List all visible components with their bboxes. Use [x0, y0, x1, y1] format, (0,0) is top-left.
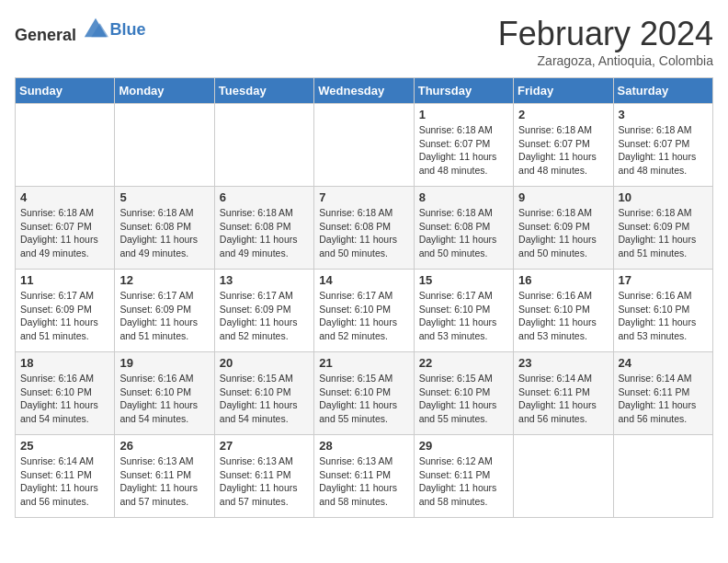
calendar-cell: 29Sunrise: 6:12 AMSunset: 6:11 PMDayligh… [414, 435, 513, 518]
day-info: Sunrise: 6:17 AMSunset: 6:09 PMDaylight:… [20, 289, 109, 343]
calendar-cell: 18Sunrise: 6:16 AMSunset: 6:10 PMDayligh… [16, 352, 115, 435]
calendar-table: SundayMondayTuesdayWednesdayThursdayFrid… [15, 77, 713, 518]
calendar-cell: 1Sunrise: 6:18 AMSunset: 6:07 PMDaylight… [414, 104, 513, 187]
day-info: Sunrise: 6:17 AMSunset: 6:09 PMDaylight:… [220, 289, 309, 343]
day-number: 22 [419, 356, 508, 370]
calendar-cell: 6Sunrise: 6:18 AMSunset: 6:08 PMDaylight… [214, 187, 313, 270]
location-subtitle: Zaragoza, Antioquia, Colombia [498, 53, 713, 68]
logo: General Blue [15, 15, 146, 45]
column-header-saturday: Saturday [613, 78, 712, 104]
calendar-cell: 4Sunrise: 6:18 AMSunset: 6:07 PMDaylight… [16, 187, 115, 270]
calendar-cell: 19Sunrise: 6:16 AMSunset: 6:10 PMDayligh… [115, 352, 214, 435]
column-header-monday: Monday [115, 78, 214, 104]
day-info: Sunrise: 6:16 AMSunset: 6:10 PMDaylight:… [119, 372, 209, 426]
day-number: 11 [20, 273, 109, 287]
day-number: 16 [518, 273, 608, 287]
calendar-cell [16, 104, 115, 187]
calendar-cell: 9Sunrise: 6:18 AMSunset: 6:09 PMDaylight… [514, 187, 613, 270]
day-number: 29 [419, 439, 508, 453]
day-info: Sunrise: 6:18 AMSunset: 6:09 PMDaylight:… [619, 206, 708, 260]
month-year-title: February 2024 [498, 15, 713, 53]
day-number: 6 [220, 190, 309, 204]
day-info: Sunrise: 6:14 AMSunset: 6:11 PMDaylight:… [619, 372, 708, 426]
day-info: Sunrise: 6:14 AMSunset: 6:11 PMDaylight:… [518, 372, 608, 426]
day-number: 15 [419, 273, 508, 287]
calendar-week-1: 1Sunrise: 6:18 AMSunset: 6:07 PMDaylight… [16, 104, 713, 187]
calendar-cell: 22Sunrise: 6:15 AMSunset: 6:10 PMDayligh… [414, 352, 513, 435]
calendar-cell: 13Sunrise: 6:17 AMSunset: 6:09 PMDayligh… [214, 270, 313, 352]
calendar-cell: 15Sunrise: 6:17 AMSunset: 6:10 PMDayligh… [414, 270, 513, 352]
day-info: Sunrise: 6:15 AMSunset: 6:10 PMDaylight:… [319, 372, 408, 426]
calendar-cell: 28Sunrise: 6:13 AMSunset: 6:11 PMDayligh… [314, 435, 414, 518]
column-header-tuesday: Tuesday [214, 78, 313, 104]
calendar-cell: 21Sunrise: 6:15 AMSunset: 6:10 PMDayligh… [314, 352, 414, 435]
day-number: 8 [419, 190, 508, 204]
day-number: 24 [619, 356, 708, 370]
day-info: Sunrise: 6:18 AMSunset: 6:07 PMDaylight:… [20, 206, 109, 260]
day-number: 25 [20, 439, 109, 453]
day-number: 9 [518, 190, 608, 204]
calendar-cell: 11Sunrise: 6:17 AMSunset: 6:09 PMDayligh… [16, 270, 115, 352]
day-info: Sunrise: 6:18 AMSunset: 6:08 PMDaylight:… [319, 206, 408, 260]
day-info: Sunrise: 6:18 AMSunset: 6:08 PMDaylight:… [419, 206, 508, 260]
day-info: Sunrise: 6:18 AMSunset: 6:08 PMDaylight:… [119, 206, 209, 260]
day-number: 28 [319, 439, 408, 453]
day-info: Sunrise: 6:18 AMSunset: 6:07 PMDaylight:… [518, 123, 608, 178]
day-info: Sunrise: 6:13 AMSunset: 6:11 PMDaylight:… [220, 454, 309, 509]
calendar-cell: 25Sunrise: 6:14 AMSunset: 6:11 PMDayligh… [16, 435, 115, 518]
calendar-cell: 12Sunrise: 6:17 AMSunset: 6:09 PMDayligh… [115, 270, 214, 352]
calendar-cell: 7Sunrise: 6:18 AMSunset: 6:08 PMDaylight… [314, 187, 414, 270]
calendar-cell [514, 435, 613, 518]
calendar-cell: 23Sunrise: 6:14 AMSunset: 6:11 PMDayligh… [514, 352, 613, 435]
day-info: Sunrise: 6:15 AMSunset: 6:10 PMDaylight:… [419, 372, 508, 426]
calendar-cell: 24Sunrise: 6:14 AMSunset: 6:11 PMDayligh… [613, 352, 712, 435]
calendar-cell [214, 104, 313, 187]
day-info: Sunrise: 6:14 AMSunset: 6:11 PMDaylight:… [20, 454, 109, 509]
day-info: Sunrise: 6:17 AMSunset: 6:10 PMDaylight:… [319, 289, 408, 343]
column-header-wednesday: Wednesday [314, 78, 414, 104]
column-header-sunday: Sunday [16, 78, 115, 104]
day-number: 17 [619, 273, 708, 287]
calendar-cell [314, 104, 414, 187]
title-area: February 2024 Zaragoza, Antioquia, Colom… [498, 15, 713, 68]
calendar-week-5: 25Sunrise: 6:14 AMSunset: 6:11 PMDayligh… [16, 435, 713, 518]
calendar-cell: 14Sunrise: 6:17 AMSunset: 6:10 PMDayligh… [314, 270, 414, 352]
day-number: 2 [518, 108, 608, 121]
day-number: 19 [119, 356, 209, 370]
day-info: Sunrise: 6:13 AMSunset: 6:11 PMDaylight:… [119, 454, 209, 509]
column-header-thursday: Thursday [414, 78, 513, 104]
calendar-cell [613, 435, 712, 518]
day-info: Sunrise: 6:18 AMSunset: 6:07 PMDaylight:… [619, 123, 708, 178]
calendar-cell [115, 104, 214, 187]
calendar-cell: 10Sunrise: 6:18 AMSunset: 6:09 PMDayligh… [613, 187, 712, 270]
day-info: Sunrise: 6:16 AMSunset: 6:10 PMDaylight:… [20, 372, 109, 426]
logo-general-text: General [15, 26, 76, 44]
day-number: 14 [319, 273, 408, 287]
calendar-cell: 26Sunrise: 6:13 AMSunset: 6:11 PMDayligh… [115, 435, 214, 518]
calendar-cell: 2Sunrise: 6:18 AMSunset: 6:07 PMDaylight… [514, 104, 613, 187]
day-number: 21 [319, 356, 408, 370]
day-info: Sunrise: 6:18 AMSunset: 6:09 PMDaylight:… [518, 206, 608, 260]
column-header-friday: Friday [514, 78, 613, 104]
day-info: Sunrise: 6:15 AMSunset: 6:10 PMDaylight:… [220, 372, 309, 426]
day-number: 5 [119, 190, 209, 204]
day-info: Sunrise: 6:17 AMSunset: 6:10 PMDaylight:… [419, 289, 508, 343]
day-number: 23 [518, 356, 608, 370]
day-number: 12 [119, 273, 209, 287]
header: General Blue February 2024 Zaragoza, Ant… [15, 15, 713, 68]
day-number: 27 [220, 439, 309, 453]
day-number: 18 [20, 356, 109, 370]
day-number: 7 [319, 190, 408, 204]
calendar-cell: 17Sunrise: 6:16 AMSunset: 6:10 PMDayligh… [613, 270, 712, 352]
day-info: Sunrise: 6:13 AMSunset: 6:11 PMDaylight:… [319, 454, 408, 509]
logo-icon [83, 15, 108, 40]
calendar-cell: 27Sunrise: 6:13 AMSunset: 6:11 PMDayligh… [214, 435, 313, 518]
day-info: Sunrise: 6:12 AMSunset: 6:11 PMDaylight:… [419, 454, 508, 509]
day-number: 26 [119, 439, 209, 453]
calendar-cell: 20Sunrise: 6:15 AMSunset: 6:10 PMDayligh… [214, 352, 313, 435]
day-info: Sunrise: 6:17 AMSunset: 6:09 PMDaylight:… [119, 289, 209, 343]
calendar-week-3: 11Sunrise: 6:17 AMSunset: 6:09 PMDayligh… [16, 270, 713, 352]
calendar-week-2: 4Sunrise: 6:18 AMSunset: 6:07 PMDaylight… [16, 187, 713, 270]
day-info: Sunrise: 6:18 AMSunset: 6:08 PMDaylight:… [220, 206, 309, 260]
day-info: Sunrise: 6:18 AMSunset: 6:07 PMDaylight:… [419, 123, 508, 178]
